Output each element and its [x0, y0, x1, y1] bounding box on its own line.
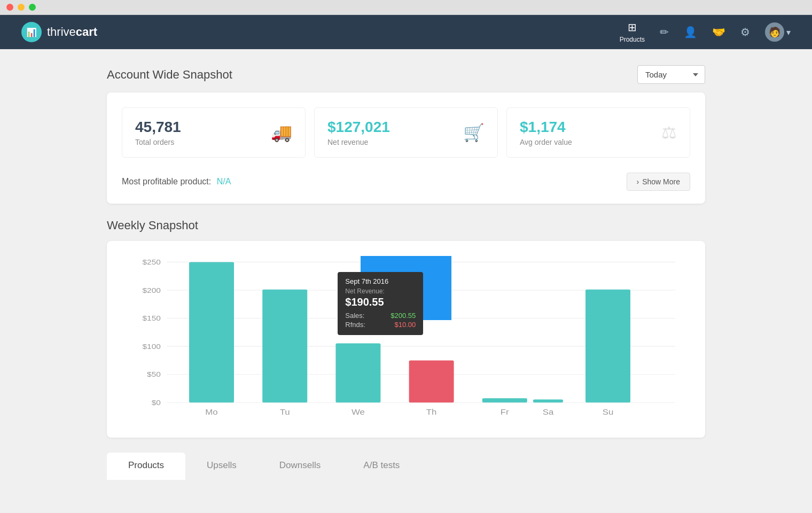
stat-orders: 45,781 Total orders 🚚 — [122, 107, 306, 158]
truck-icon: 🚚 — [271, 122, 292, 143]
bar-we[interactable] — [335, 343, 380, 402]
bottom-tabs: Products Upsells Downsells A/B tests — [107, 453, 705, 480]
gear-icon: ⚙ — [740, 26, 750, 38]
svg-text:Fr: Fr — [501, 408, 509, 416]
handshake-icon: 🤝 — [712, 26, 725, 38]
chevron-right-icon: › — [637, 177, 639, 186]
svg-text:Sa: Sa — [543, 408, 554, 416]
svg-text:We: We — [352, 408, 365, 416]
tab-upsells[interactable]: Upsells — [185, 453, 258, 480]
tooltip-sales-row: Sales: $200.55 — [345, 312, 416, 320]
stat-avg-order: $1,174 Avg order value ⚖ — [506, 107, 690, 158]
navbar: 📊 thrivecart ⊞ Products ✏ 👤 🤝 ⚙ 🧑 ▾ — [0, 15, 812, 49]
scale-icon: ⚖ — [661, 122, 677, 143]
stat-revenue: $127,021 Net revenue 🛒 — [314, 107, 498, 158]
stats-row: 45,781 Total orders 🚚 $127,021 Net reven… — [122, 107, 690, 158]
svg-text:$250: $250 — [143, 258, 161, 266]
tooltip-date: Sept 7th 2016 — [345, 277, 416, 285]
chart-tooltip: Sept 7th 2016 Net Revenue: $190.55 Sales… — [338, 272, 423, 335]
revenue-value: $127,021 — [327, 119, 390, 136]
svg-text:$100: $100 — [143, 343, 161, 350]
avg-order-label: Avg order value — [520, 138, 572, 146]
tooltip-refunds-label: Rfnds: — [345, 321, 365, 329]
tooltip-sales-value: $200.55 — [391, 312, 416, 320]
tab-downsells[interactable]: Downsells — [258, 453, 342, 480]
tooltip-net-revenue-label: Net Revenue: — [345, 287, 416, 295]
bar-th[interactable] — [409, 360, 454, 402]
nav-products[interactable]: ⊞ Products — [620, 21, 645, 43]
period-select[interactable]: Today Yesterday This Week This Month All… — [637, 65, 705, 84]
tab-products[interactable]: Products — [107, 453, 185, 480]
snapshot-title: Account Wide Snapshot — [107, 68, 232, 82]
svg-text:$0: $0 — [152, 399, 161, 406]
bar-mo[interactable] — [189, 262, 234, 402]
bar-sa[interactable] — [533, 400, 563, 403]
tooltip-refunds-value: $10.00 — [395, 321, 416, 329]
grid-icon: ⊞ — [628, 21, 637, 34]
tooltip-refunds-row: Rfnds: $10.00 — [345, 321, 416, 329]
orders-label: Total orders — [135, 138, 181, 146]
svg-text:$200: $200 — [143, 286, 161, 294]
nav-products-label: Products — [620, 36, 645, 43]
cart-icon: 🛒 — [463, 122, 485, 143]
nav-affiliates[interactable]: 🤝 — [712, 26, 725, 38]
navbar-nav: ⊞ Products ✏ 👤 🤝 ⚙ 🧑 ▾ — [620, 21, 791, 43]
svg-text:Su: Su — [603, 408, 614, 416]
chart-card: ▶ Sept 7th 2016 Net Revenue: $190.55 Sal… — [107, 241, 705, 438]
chevron-down-icon: ▾ — [786, 27, 791, 37]
avg-order-value: $1,174 — [520, 119, 572, 136]
brand-logo[interactable]: 📊 thrivecart — [21, 22, 97, 42]
pencil-icon: ✏ — [660, 26, 669, 38]
brand-name: thrivecart — [47, 25, 97, 39]
profitable-value[interactable]: N/A — [217, 177, 231, 186]
svg-text:Mo: Mo — [205, 408, 217, 416]
orders-value: 45,781 — [135, 119, 181, 136]
svg-text:Tu: Tu — [280, 408, 290, 416]
bar-tu[interactable] — [262, 290, 307, 402]
svg-text:$50: $50 — [147, 371, 161, 378]
show-more-button[interactable]: › Show More — [627, 173, 690, 191]
main-content: Account Wide Snapshot Today Yesterday Th… — [0, 49, 812, 513]
profitable-label: Most profitable product: — [122, 177, 211, 186]
tab-ab-tests[interactable]: A/B tests — [342, 453, 421, 480]
profitable-row: Most profitable product: N/A › Show More — [122, 173, 690, 191]
bar-fr[interactable] — [482, 398, 527, 402]
brand-icon: 📊 — [21, 22, 42, 42]
nav-settings[interactable]: ⚙ — [740, 26, 750, 38]
bar-su[interactable] — [585, 290, 630, 402]
stats-card: 45,781 Total orders 🚚 $127,021 Net reven… — [107, 92, 705, 204]
tooltip-net-revenue-value: $190.55 — [345, 296, 416, 308]
svg-text:Th: Th — [426, 408, 437, 416]
tooltip-sales-label: Sales: — [345, 312, 364, 320]
revenue-label: Net revenue — [327, 138, 390, 146]
user-icon: 👤 — [684, 26, 697, 38]
svg-text:$150: $150 — [143, 315, 161, 322]
show-more-label: Show More — [642, 177, 680, 186]
nav-users[interactable]: 👤 — [684, 26, 697, 38]
user-avatar-wrapper[interactable]: 🧑 ▾ — [765, 22, 791, 42]
maximize-button[interactable] — [29, 4, 36, 11]
chart-container: ▶ Sept 7th 2016 Net Revenue: $190.55 Sal… — [122, 256, 690, 427]
snapshot-header: Account Wide Snapshot Today Yesterday Th… — [107, 65, 705, 84]
window-chrome — [0, 0, 812, 15]
nav-edit[interactable]: ✏ — [660, 26, 669, 38]
profitable-text: Most profitable product: N/A — [122, 177, 231, 186]
close-button[interactable] — [6, 4, 13, 11]
minimize-button[interactable] — [18, 4, 25, 11]
weekly-title: Weekly Snapshot — [107, 219, 705, 232]
user-avatar: 🧑 — [765, 22, 784, 42]
